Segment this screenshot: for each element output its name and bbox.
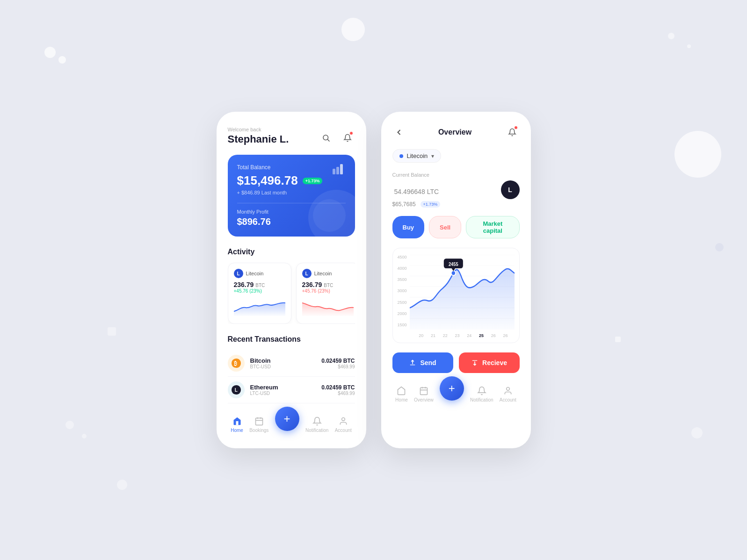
send-button[interactable]: Send	[392, 352, 453, 373]
send-receive-row: Send Recieve	[392, 352, 520, 373]
balance-sub: + $846.89 Last month	[237, 190, 346, 195]
transactions-section: Recent Transactions ₿ Bitcoin BTC-USD	[228, 335, 355, 403]
nav-home-right[interactable]: Home	[395, 386, 408, 402]
user-name: Stephanie L.	[228, 133, 289, 145]
nav-overview-label: Overview	[414, 397, 434, 402]
right-notification-dot	[514, 126, 518, 129]
nav-account-label-left: Account	[335, 428, 352, 433]
current-balance-row: 54.496648LTC L	[392, 180, 520, 199]
x-label-24: 24	[467, 333, 471, 338]
fab-add-button-right[interactable]: +	[440, 376, 464, 401]
balance-badge: +1.73%	[303, 178, 323, 184]
svg-rect-29	[420, 388, 427, 395]
nav-account-left[interactable]: Account	[335, 416, 352, 433]
nav-notification-label-left: Notification	[305, 428, 328, 433]
nav-notification-right[interactable]: Notification	[470, 386, 493, 402]
eth-name: Ethereum	[250, 384, 278, 391]
right-notification-button[interactable]	[505, 125, 520, 140]
y-label-3000: 3000	[398, 288, 407, 293]
nav-bookings[interactable]: Bookings	[249, 416, 268, 433]
notification-button[interactable]	[340, 130, 355, 145]
market-capital-button[interactable]: Market capital	[466, 216, 519, 238]
left-phone: Welcome back Stephanie L.	[217, 112, 366, 448]
litecoin-icon-1: L	[234, 269, 243, 278]
monthly-label: Monthly Profit	[237, 209, 346, 215]
total-balance-label: Total Balance	[237, 164, 346, 171]
nav-notification-left[interactable]: Notification	[305, 416, 328, 433]
coin-name-1: Litecoin	[246, 271, 264, 276]
header-icons	[319, 130, 355, 145]
welcome-text: Welcome back	[228, 127, 289, 132]
current-balance-amount: 54.496648LTC	[392, 183, 439, 197]
receive-button[interactable]: Recieve	[459, 352, 520, 373]
bottom-nav-right: Home Overview + Notification Account	[392, 381, 520, 412]
activity-title: Activity	[228, 248, 355, 256]
overview-title: Overview	[438, 128, 471, 136]
eth-icon: L	[228, 381, 245, 398]
svg-text:₿: ₿	[234, 360, 237, 367]
btc-icon: ₿	[228, 355, 245, 372]
svg-line-1	[327, 139, 329, 141]
y-label-4000: 4000	[398, 266, 407, 271]
sell-button[interactable]: Sell	[429, 216, 461, 238]
monthly-amount: $896.76	[237, 216, 346, 227]
svg-point-33	[506, 388, 509, 391]
balance-usd: $65,7685	[392, 201, 416, 208]
activity-card-1[interactable]: L Litecoin 236.79 BTC +45.76 (23%)	[228, 263, 291, 324]
balance-change-badge: +1.73%	[421, 201, 441, 208]
nav-home[interactable]: Home	[231, 416, 243, 433]
balance-card: Total Balance $15,496.78 +1.73% + $846.8…	[228, 155, 355, 237]
eth-amount: 0.02459 BTC	[321, 384, 355, 391]
svg-point-21	[451, 271, 455, 275]
ltc-coin-icon: L	[501, 180, 520, 199]
right-header: Overview	[392, 125, 520, 140]
fab-add-button[interactable]: +	[275, 407, 299, 431]
nav-home-label-right: Home	[395, 397, 408, 402]
y-label-2500: 2500	[398, 300, 407, 305]
price-chart: 2455	[410, 255, 515, 330]
btc-usd: $469.99	[321, 364, 355, 369]
x-label-26b: 26	[503, 333, 508, 338]
back-button[interactable]	[392, 126, 406, 139]
nav-account-label-right: Account	[500, 397, 516, 402]
coin-value-1: 236.79 BTC	[234, 281, 285, 288]
nav-notification-label-right: Notification	[470, 397, 493, 402]
coin-value-2: 236.79 BTC	[302, 281, 354, 288]
nav-bookings-label: Bookings	[249, 428, 268, 433]
svg-point-0	[323, 135, 328, 140]
x-label-23: 23	[455, 333, 460, 338]
btc-amount: 0.02459 BTC	[321, 358, 355, 364]
svg-text:2455: 2455	[448, 261, 458, 267]
nav-overview[interactable]: Overview	[414, 386, 434, 402]
svg-rect-28	[472, 360, 478, 361]
user-info: Welcome back Stephanie L.	[228, 127, 289, 145]
transactions-title: Recent Transactions	[228, 335, 355, 344]
chart-area: 4500 4000 3500 3000 2500 2000 1500	[392, 248, 520, 343]
transaction-ethereum[interactable]: L Ethereum LTC-USD 0.02459 BTC $469.99	[228, 377, 355, 403]
coin-change-1: +45.76 (23%)	[234, 288, 285, 294]
activity-cards: L Litecoin 236.79 BTC +45.76 (23%)	[228, 263, 355, 324]
coin-name-2: Litecoin	[314, 271, 332, 276]
bottom-nav-left: Home Bookings + Notification Account	[228, 411, 355, 442]
nav-account-right[interactable]: Account	[500, 386, 516, 402]
coin-selector[interactable]: Litecoin ▾	[392, 149, 442, 163]
btc-pair: BTC-USD	[250, 364, 271, 369]
litecoin-icon-2: L	[302, 269, 312, 278]
svg-text:L: L	[234, 388, 237, 393]
coin-selector-name: Litecoin	[407, 152, 428, 159]
y-label-2000: 2000	[398, 311, 407, 316]
transaction-bitcoin[interactable]: ₿ Bitcoin BTC-USD 0.02459 BTC $469.99	[228, 350, 355, 377]
svg-rect-26	[410, 365, 415, 365]
x-label-26: 26	[491, 333, 496, 338]
btc-name: Bitcoin	[250, 357, 271, 364]
x-label-20: 20	[419, 333, 423, 338]
activity-card-2[interactable]: L Litecoin 236.79 BTC +45.76 (23%)	[296, 263, 355, 324]
search-button[interactable]	[319, 130, 334, 145]
y-label-4500: 4500	[398, 255, 407, 259]
eth-usd: $469.99	[321, 391, 355, 396]
notification-dot	[349, 131, 353, 135]
left-header: Welcome back Stephanie L.	[228, 127, 355, 145]
buy-button[interactable]: Buy	[392, 216, 425, 238]
x-label-25-active: 25	[479, 333, 484, 338]
right-phone: Overview Litecoin ▾ Current Balance 54.4…	[381, 112, 531, 448]
